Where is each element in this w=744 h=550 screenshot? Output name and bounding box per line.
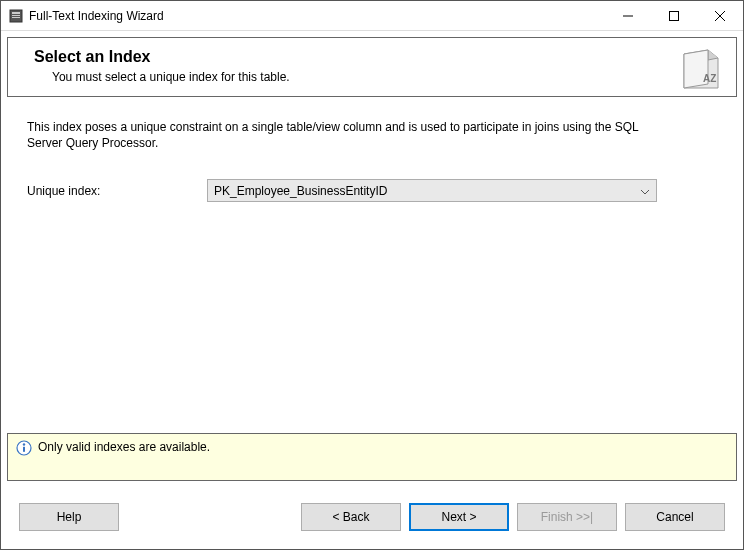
- wizard-footer: Help < Back Next > Finish >>| Cancel: [1, 493, 743, 549]
- titlebar: Full-Text Indexing Wizard: [1, 1, 743, 31]
- cancel-button[interactable]: Cancel: [625, 503, 725, 531]
- unique-index-select[interactable]: PK_Employee_BusinessEntityID: [207, 179, 657, 202]
- back-button[interactable]: < Back: [301, 503, 401, 531]
- page-subtitle: You must select a unique index for this …: [52, 70, 290, 84]
- description-text: This index poses a unique constraint on …: [27, 119, 667, 151]
- svg-point-10: [23, 443, 25, 445]
- window-title: Full-Text Indexing Wizard: [29, 9, 605, 23]
- maximize-button[interactable]: [651, 1, 697, 30]
- window-controls: [605, 1, 743, 30]
- svg-rect-1: [12, 12, 20, 14]
- wizard-header-icon: AZ: [680, 48, 722, 90]
- svg-rect-3: [12, 17, 20, 18]
- unique-index-dropdown[interactable]: PK_Employee_BusinessEntityID: [207, 179, 657, 202]
- close-button[interactable]: [697, 1, 743, 30]
- wizard-header-text: Select an Index You must select a unique…: [22, 48, 290, 84]
- wizard-header: Select an Index You must select a unique…: [7, 37, 737, 97]
- svg-rect-11: [23, 447, 25, 452]
- wizard-body: This index poses a unique constraint on …: [1, 103, 743, 433]
- app-icon: [9, 9, 23, 23]
- unique-index-value: PK_Employee_BusinessEntityID: [214, 184, 387, 198]
- info-band: Only valid indexes are available.: [7, 433, 737, 481]
- unique-index-row: Unique index: PK_Employee_BusinessEntity…: [27, 179, 721, 202]
- page-title: Select an Index: [34, 48, 290, 66]
- finish-button[interactable]: Finish >>|: [517, 503, 617, 531]
- svg-text:AZ: AZ: [703, 73, 716, 84]
- svg-rect-5: [670, 11, 679, 20]
- unique-index-label: Unique index:: [27, 184, 207, 198]
- info-message: Only valid indexes are available.: [38, 440, 210, 454]
- info-icon: [16, 440, 32, 456]
- next-button[interactable]: Next >: [409, 503, 509, 531]
- svg-rect-2: [12, 15, 20, 16]
- help-button[interactable]: Help: [19, 503, 119, 531]
- minimize-button[interactable]: [605, 1, 651, 30]
- wizard-window: Full-Text Indexing Wizard Select an Inde…: [0, 0, 744, 550]
